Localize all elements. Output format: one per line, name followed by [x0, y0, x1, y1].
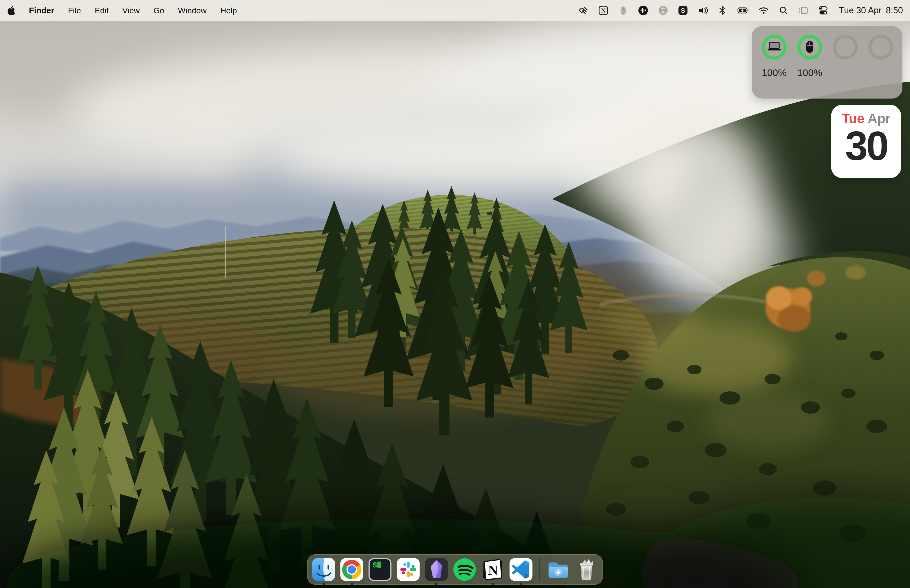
- battery-widget[interactable]: 100% 100%: [752, 26, 902, 99]
- clock-date: Tue 30 Apr: [839, 5, 882, 15]
- running-indicator: [520, 583, 522, 585]
- running-indicator: [351, 583, 353, 585]
- menu-edit[interactable]: Edit: [95, 6, 109, 15]
- menu-help[interactable]: Help: [220, 6, 237, 15]
- dock-finder[interactable]: [311, 557, 336, 582]
- control-center-icon[interactable]: [818, 5, 829, 16]
- wifi-icon[interactable]: [758, 5, 769, 16]
- laptop-icon: [768, 42, 781, 50]
- menu-file[interactable]: File: [68, 6, 81, 15]
- s-app-icon[interactable]: S: [677, 5, 689, 16]
- desktop: Finder File Edit View Go Window Help N: [0, 0, 910, 588]
- menu-window[interactable]: Window: [178, 6, 207, 15]
- battery-device-mouse: 100%: [793, 33, 827, 79]
- active-app-menu[interactable]: Finder: [29, 6, 54, 15]
- mouse-icon: [806, 41, 813, 53]
- dock-chrome[interactable]: [339, 557, 364, 582]
- battery-device-empty-2: [864, 33, 898, 79]
- dock-slack[interactable]: [396, 557, 421, 582]
- dock-downloads-folder[interactable]: [546, 557, 571, 582]
- dock-trash-full[interactable]: [574, 557, 599, 582]
- menu-bar: Finder File Edit View Go Window Help N: [0, 0, 910, 21]
- battery-charging-icon[interactable]: [737, 5, 749, 16]
- dock-vscode[interactable]: [509, 557, 533, 582]
- svg-text:N: N: [488, 563, 498, 578]
- globe-icon[interactable]: [657, 5, 669, 16]
- spotlight-icon[interactable]: [778, 5, 789, 16]
- dock-separator: [539, 558, 540, 581]
- dock: $: [307, 554, 603, 585]
- motion-cube-icon[interactable]: [578, 5, 589, 16]
- svg-text:$: $: [373, 561, 377, 570]
- dock-notion[interactable]: N: [481, 557, 505, 582]
- krisp-waveform-icon[interactable]: [637, 5, 649, 16]
- battery-percent-laptop: 100%: [762, 67, 787, 79]
- clock-time: 8:50: [886, 5, 903, 15]
- battery-device-empty-1: [829, 33, 862, 79]
- calendar-day: 30: [845, 127, 887, 165]
- calendar-widget[interactable]: Tue Apr 30: [831, 105, 901, 178]
- notion-menubar-icon[interactable]: N: [598, 5, 609, 16]
- running-indicator: [323, 583, 325, 585]
- battery-percent-mouse: 100%: [797, 67, 822, 79]
- battery-device-laptop: 100%: [757, 33, 791, 79]
- mouse-battery-icon[interactable]: [617, 5, 629, 16]
- bluetooth-icon[interactable]: [717, 5, 729, 16]
- running-indicator: [435, 583, 438, 585]
- svg-text:N: N: [601, 7, 606, 14]
- stage-manager-icon[interactable]: [798, 5, 809, 16]
- dock-obsidian[interactable]: [424, 557, 449, 582]
- dock-terminal[interactable]: $: [368, 557, 393, 582]
- volume-icon[interactable]: [697, 5, 709, 16]
- menu-go[interactable]: Go: [154, 6, 164, 15]
- running-indicator: [492, 583, 494, 585]
- menubar-clock[interactable]: Tue 30 Apr 8:50: [839, 5, 903, 15]
- apple-menu-icon[interactable]: [7, 5, 15, 15]
- menu-view[interactable]: View: [122, 6, 140, 15]
- dock-spotify[interactable]: [453, 557, 477, 582]
- svg-text:S: S: [681, 7, 685, 14]
